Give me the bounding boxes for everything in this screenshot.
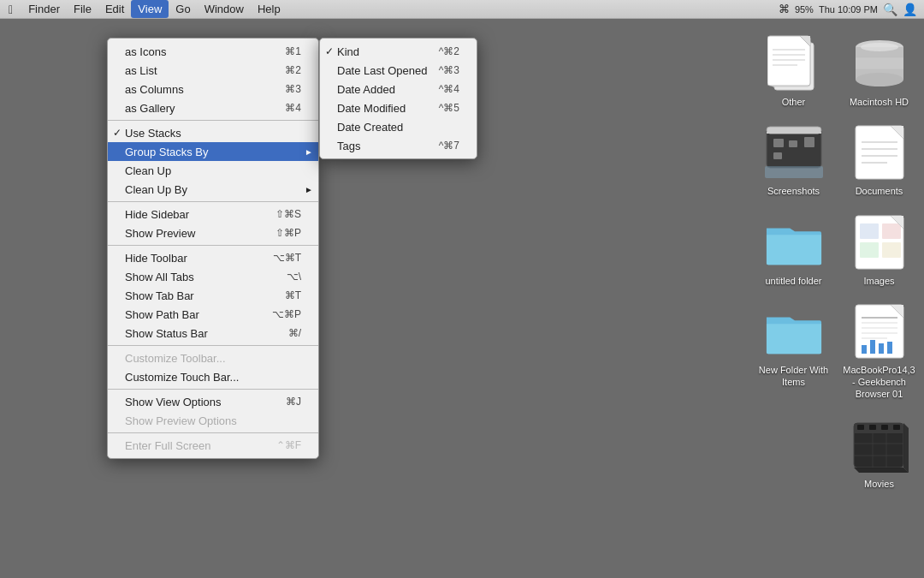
menu-clean-up-by[interactable]: Clean Up By ► bbox=[108, 180, 318, 199]
edit-menu[interactable]: Edit bbox=[98, 0, 131, 18]
sep-2 bbox=[108, 201, 318, 202]
icon-macintosh-hd[interactable]: Macintosh HD bbox=[838, 27, 920, 112]
clean-up-by-label: Clean Up By bbox=[125, 183, 301, 196]
as-columns-label: as Columns bbox=[125, 83, 285, 96]
submenu-date-modified[interactable]: Date Modified ^⌘5 bbox=[320, 98, 477, 117]
icon-col-1: Other bbox=[753, 27, 838, 396]
kind-label: Kind bbox=[337, 45, 439, 58]
sep-5 bbox=[108, 389, 318, 390]
documents-icon-label: Documents bbox=[856, 185, 903, 197]
new-folder-icon-label: New Folder With Items bbox=[757, 364, 830, 389]
menu-show-path-bar[interactable]: Show Path Bar ⌥⌘P bbox=[108, 305, 318, 324]
screenshots-icon-label: Screenshots bbox=[767, 185, 820, 197]
geekbench-doc-icon-img bbox=[850, 302, 909, 361]
movies-icon-label: Movies bbox=[864, 478, 894, 490]
customize-touch-bar-label: Customize Touch Bar... bbox=[125, 371, 301, 384]
apple-menu[interactable]:  bbox=[0, 3, 21, 16]
icon-images[interactable]: Images bbox=[838, 206, 920, 291]
clean-up-by-arrow: ► bbox=[305, 185, 313, 194]
submenu-date-added[interactable]: Date Added ^⌘4 bbox=[320, 80, 477, 98]
svg-rect-24 bbox=[856, 126, 903, 179]
menu-show-tab-bar[interactable]: Show Tab Bar ⌘T bbox=[108, 286, 318, 305]
menu-show-view-options[interactable]: Show View Options ⌘J bbox=[108, 392, 318, 411]
date-added-shortcut: ^⌘4 bbox=[439, 83, 459, 95]
icon-columns: Other bbox=[753, 27, 924, 498]
menu-clean-up[interactable]: Clean Up bbox=[108, 161, 318, 180]
svg-point-20 bbox=[861, 43, 898, 51]
desktop-icons: Other bbox=[753, 19, 924, 578]
menu-group-stacks-by[interactable]: Group Stacks By ► bbox=[108, 142, 318, 161]
group-stacks-arrow: ► bbox=[305, 147, 313, 157]
documents-icon-img bbox=[850, 123, 909, 182]
menu-hide-sidebar[interactable]: Hide Sidebar ⇧⌘S bbox=[108, 205, 318, 223]
customize-toolbar-label: Customize Toolbar... bbox=[125, 352, 301, 365]
menu-show-preview[interactable]: Show Preview ⇧⌘P bbox=[108, 223, 318, 242]
menu-as-columns[interactable]: as Columns ⌘3 bbox=[108, 80, 318, 98]
menubar:  Finder File Edit View Go Window Help ⌘… bbox=[0, 0, 924, 19]
go-menu[interactable]: Go bbox=[169, 0, 197, 18]
as-gallery-label: as Gallery bbox=[125, 102, 285, 115]
date-last-opened-label: Date Last Opened bbox=[337, 64, 439, 77]
tags-label: Tags bbox=[337, 140, 439, 152]
menu-hide-toolbar[interactable]: Hide Toolbar ⌥⌘T bbox=[108, 248, 318, 267]
sep-3 bbox=[108, 245, 318, 246]
menu-use-stacks[interactable]: ✓ Use Stacks bbox=[108, 123, 318, 142]
other-icon-label: Other bbox=[782, 96, 806, 108]
as-list-label: as List bbox=[125, 64, 285, 77]
svg-rect-34 bbox=[860, 242, 879, 258]
menu-as-icons[interactable]: as Icons ⌘1 bbox=[108, 42, 318, 61]
menubar-left:  Finder File Edit View Go Window Help bbox=[0, 0, 287, 18]
user-icon[interactable]: 👤 bbox=[903, 3, 917, 16]
svg-rect-55 bbox=[881, 425, 888, 430]
file-menu[interactable]: File bbox=[67, 0, 98, 18]
submenu-kind[interactable]: ✓ Kind ^⌘2 bbox=[320, 42, 477, 61]
menu-show-status-bar[interactable]: Show Status Bar ⌘/ bbox=[108, 324, 318, 343]
icon-geekbench-doc[interactable]: MacBookPro14,3 - Geekbench Browser 01 bbox=[838, 295, 920, 405]
macintosh-hd-icon-label: Macintosh HD bbox=[850, 96, 909, 108]
view-menu-trigger[interactable]: View bbox=[131, 0, 169, 18]
svg-rect-56 bbox=[893, 425, 900, 430]
hide-toolbar-shortcut: ⌥⌘T bbox=[273, 252, 301, 264]
kind-shortcut: ^⌘2 bbox=[439, 45, 459, 57]
submenu-date-last-opened[interactable]: Date Last Opened ^⌘3 bbox=[320, 61, 477, 80]
icon-documents[interactable]: Documents bbox=[838, 116, 920, 201]
svg-point-19 bbox=[856, 73, 903, 86]
as-columns-shortcut: ⌘3 bbox=[285, 83, 301, 95]
submenu-date-created[interactable]: Date Created bbox=[320, 117, 477, 136]
new-folder-icon-img bbox=[765, 302, 823, 361]
svg-rect-46 bbox=[879, 343, 884, 354]
use-stacks-label: Use Stacks bbox=[125, 127, 301, 140]
as-list-shortcut: ⌘2 bbox=[285, 64, 301, 76]
finder-menu[interactable]: Finder bbox=[21, 0, 67, 18]
svg-rect-16 bbox=[765, 166, 823, 178]
icon-untitled-folder[interactable]: untitled folder bbox=[753, 206, 834, 291]
group-stacks-submenu: ✓ Kind ^⌘2 Date Last Opened ^⌘3 Date Add… bbox=[319, 38, 477, 159]
use-stacks-check: ✓ bbox=[113, 127, 121, 139]
menu-as-list[interactable]: as List ⌘2 bbox=[108, 61, 318, 80]
show-view-options-shortcut: ⌘J bbox=[286, 396, 301, 408]
svg-rect-12 bbox=[773, 139, 784, 147]
svg-rect-44 bbox=[862, 345, 867, 354]
menu-show-all-tabs[interactable]: Show All Tabs ⌥\ bbox=[108, 267, 318, 286]
menu-customize-touch-bar[interactable]: Customize Touch Bar... bbox=[108, 367, 318, 386]
images-icon-label: Images bbox=[863, 275, 894, 287]
svg-rect-33 bbox=[882, 223, 901, 239]
images-icon-img bbox=[850, 213, 909, 271]
svg-marker-61 bbox=[903, 423, 909, 473]
battery-status: 95% bbox=[795, 4, 814, 15]
search-icon[interactable]: 🔍 bbox=[883, 3, 897, 16]
icon-new-folder-with-items[interactable]: New Folder With Items bbox=[753, 295, 834, 393]
icon-screenshots[interactable]: Screenshots bbox=[753, 116, 834, 201]
submenu-tags[interactable]: Tags ^⌘7 bbox=[320, 136, 477, 155]
help-menu[interactable]: Help bbox=[251, 0, 287, 18]
window-menu[interactable]: Window bbox=[198, 0, 251, 18]
icon-other[interactable]: Other bbox=[753, 27, 834, 112]
wifi-icon: ⌘ bbox=[779, 3, 790, 15]
menu-as-gallery[interactable]: as Gallery ⌘4 bbox=[108, 98, 318, 117]
group-stacks-label: Group Stacks By bbox=[125, 146, 301, 158]
svg-rect-54 bbox=[869, 425, 876, 430]
svg-rect-14 bbox=[804, 137, 814, 147]
enter-full-screen-label: Enter Full Screen bbox=[125, 439, 276, 452]
enter-full-screen-shortcut: ⌃⌘F bbox=[276, 439, 301, 451]
icon-movies[interactable]: Movies bbox=[838, 409, 920, 494]
